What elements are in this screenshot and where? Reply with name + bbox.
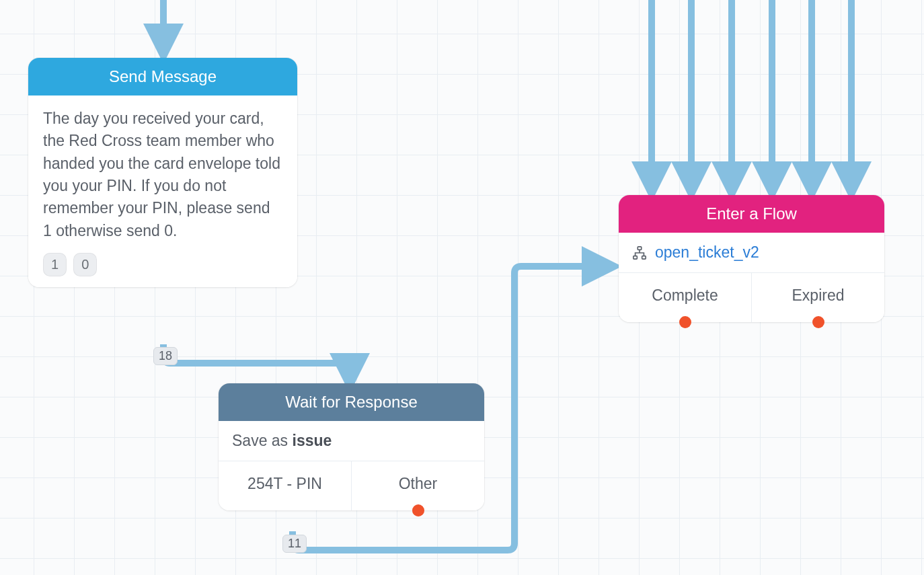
outcome-label: Expired <box>792 286 845 304</box>
svg-rect-0 <box>638 246 642 250</box>
outcome-other[interactable]: Other <box>352 461 484 510</box>
activity-dot <box>679 316 691 328</box>
node-header: Send Message <box>28 58 297 95</box>
node-header: Enter a Flow <box>619 195 884 233</box>
quick-reply-1[interactable]: 1 <box>43 253 67 276</box>
exit-count-badge: 11 <box>282 535 307 553</box>
node-body: The day you received your card, the Red … <box>28 95 297 287</box>
quick-reply-0[interactable]: 0 <box>73 253 97 276</box>
outcome-label: 254T - PIN <box>247 475 322 492</box>
outcomes-row: 254T - PIN Other <box>219 461 484 510</box>
node-header: Wait for Response <box>219 383 484 421</box>
subflow-row: open_ticket_v2 <box>619 233 884 273</box>
outcome-expired[interactable]: Expired <box>752 273 884 322</box>
svg-rect-2 <box>642 256 646 259</box>
activity-dot <box>812 316 824 328</box>
outcome-label: Complete <box>652 286 718 304</box>
quick-replies: 1 0 <box>43 253 282 276</box>
node-body: Save as issue 254T - PIN Other <box>219 421 484 510</box>
message-text: The day you received your card, the Red … <box>43 108 282 242</box>
svg-rect-1 <box>633 256 638 259</box>
node-send-message[interactable]: Send Message The day you received your c… <box>28 58 297 287</box>
outcome-label: Other <box>399 475 438 492</box>
node-wait-for-response[interactable]: Wait for Response Save as issue 254T - P… <box>219 383 484 510</box>
save-as-row: Save as issue <box>219 421 484 461</box>
node-body: open_ticket_v2 Complete Expired <box>619 233 884 322</box>
outcomes-row: Complete Expired <box>619 273 884 322</box>
node-enter-a-flow[interactable]: Enter a Flow open_ticket_v2 Complete <box>619 195 884 322</box>
outcome-complete[interactable]: Complete <box>619 273 752 322</box>
save-as-prefix: Save as <box>232 432 293 449</box>
subflow-link[interactable]: open_ticket_v2 <box>655 243 759 262</box>
exit-count-badge: 18 <box>153 347 178 365</box>
sitemap-icon <box>632 245 647 260</box>
outcome-254t-pin[interactable]: 254T - PIN <box>219 461 352 510</box>
activity-dot <box>412 504 424 516</box>
save-as-variable: issue <box>293 432 332 449</box>
